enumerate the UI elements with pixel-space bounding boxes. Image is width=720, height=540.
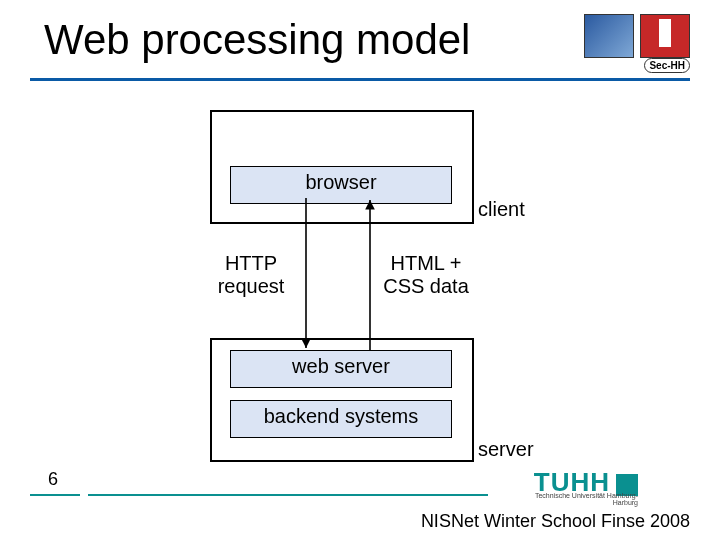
tuhh-subtitle: Technische Universität Hamburg-Harburg [518, 492, 638, 506]
slide-title: Web processing model [44, 16, 470, 64]
footer-rule-left [30, 494, 80, 496]
header-logos [584, 14, 690, 58]
browser-box: browser [230, 166, 452, 204]
title-rule [30, 78, 690, 81]
hamburg-crest-icon [640, 14, 690, 58]
backend-systems-box: backend systems [230, 400, 452, 438]
http-request-label: HTTP request [206, 252, 296, 298]
page-number: 6 [48, 469, 58, 490]
web-server-box: web server [230, 350, 452, 388]
sec-badge: Sec-HH [644, 58, 690, 73]
footer-text: NISNet Winter School Finse 2008 [421, 511, 690, 532]
footer-rule [88, 494, 488, 496]
client-label: client [478, 198, 525, 221]
globe-logo-icon [584, 14, 634, 58]
server-label: server [478, 438, 534, 461]
html-css-label: HTML + CSS data [376, 252, 476, 298]
